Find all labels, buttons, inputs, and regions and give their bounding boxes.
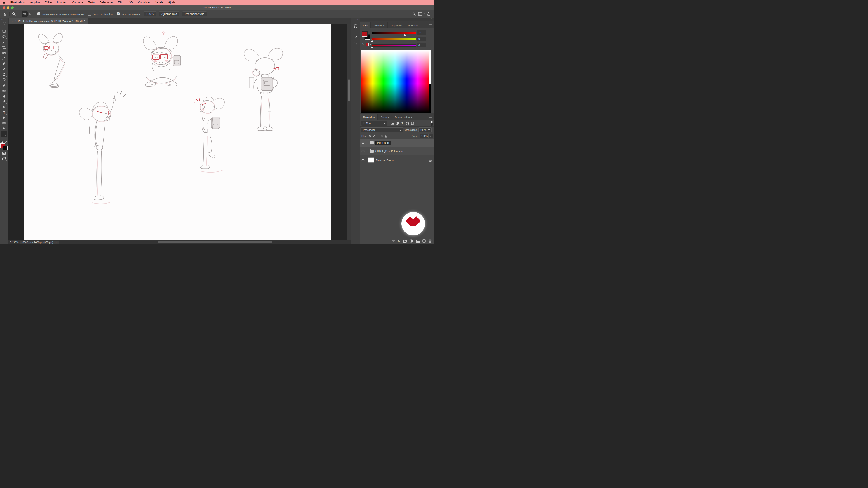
menu-filtro[interactable]: Filtro [116,1,127,4]
adjustment-layer-icon[interactable] [410,239,413,242]
document-canvas[interactable] [24,24,331,240]
delete-layer-icon[interactable] [429,239,432,242]
eraser-tool[interactable] [0,83,8,88]
menu-imagem[interactable]: Imagem [55,1,70,4]
link-layers-icon[interactable] [392,240,395,242]
zoom-tool[interactable] [1,131,7,137]
pen-tool[interactable] [0,104,8,110]
filter-shape-layers-icon[interactable] [405,121,410,126]
menu-texto[interactable]: Texto [86,1,97,4]
lock-transparency-icon[interactable] [368,133,372,138]
tab-padroes[interactable]: Padrões [405,22,421,29]
lock-position-icon[interactable] [376,133,380,138]
red-value-field[interactable]: 192 [417,30,426,35]
filter-adjustment-layers-icon[interactable] [395,121,400,126]
edit-toolbar-button[interactable]: ••• [0,137,8,141]
type-tool[interactable]: T [0,110,8,115]
eyedropper-tool[interactable] [0,56,8,61]
expand-group-icon[interactable]: › [368,142,368,144]
collapse-panels-icon[interactable]: » [431,18,432,20]
foreground-color-swatch[interactable] [362,32,367,37]
workspace-switcher[interactable] [417,11,426,17]
toolbar-collapse-icon[interactable]: » [0,18,8,21]
quick-selection-tool[interactable] [0,39,8,45]
red-slider-thumb[interactable] [404,34,406,36]
brush-tool[interactable] [0,66,8,72]
layer-thumbnail[interactable] [368,158,374,162]
share-icon[interactable] [426,11,432,17]
layer-filter-toggle[interactable] [431,121,433,126]
document-tab[interactable]: × U4A1_FolhaDeExpressoes.psd @ 82,6% (Ag… [8,18,88,24]
dock-grip[interactable] [353,22,358,22]
layer-row-background[interactable]: Plano de Fundo [360,155,434,165]
move-tool[interactable] [0,23,8,29]
filter-smart-objects-icon[interactable] [410,121,415,126]
menu-photoshop[interactable]: Photoshop [8,1,28,4]
grayscale-ramp[interactable] [429,50,431,112]
green-value-field[interactable]: 0 [417,37,426,41]
visibility-toggle[interactable] [360,147,366,155]
fit-screen-button[interactable]: Ajustar Tela [159,11,180,17]
panel-menu-icon[interactable] [429,24,434,29]
clone-stamp-tool[interactable] [0,72,8,77]
crop-tool[interactable] [0,45,8,50]
green-slider-thumb[interactable] [371,40,373,42]
quick-mask-button[interactable] [0,151,8,156]
chevron-right-icon[interactable]: › [56,241,57,243]
background-color-swatch[interactable] [3,146,8,151]
expand-panels-icon[interactable]: « [351,18,360,21]
panel-menu-icon[interactable] [429,116,434,120]
layer-row-chloe[interactable]: › CHLOE_PoseReferencia [360,147,434,155]
zoom-level[interactable]: 82,58% [10,241,18,243]
shape-tool[interactable] [0,121,8,126]
tab-cor[interactable]: Cor [360,22,371,29]
blend-mode-select[interactable]: Passagem [361,127,403,132]
tab-demarcadores[interactable]: Demarcadores [392,114,415,120]
filter-type-layers-icon[interactable]: T [400,121,405,126]
home-button[interactable] [2,11,8,17]
new-group-icon[interactable] [416,240,420,242]
menu-arquivo[interactable]: Arquivo [28,1,42,4]
lock-pixels-icon[interactable] [372,133,376,138]
menu-ajuda[interactable]: Ajuda [166,1,178,4]
dock-grip[interactable] [353,32,358,33]
red-slider[interactable] [372,32,416,34]
history-panel-button[interactable] [351,23,360,30]
collapse-panels-strip[interactable]: » [360,18,434,21]
frame-tool[interactable] [0,50,8,56]
zoom-out-button[interactable] [28,11,33,17]
gradient-tool[interactable] [0,88,8,94]
vertical-scrollbar[interactable] [347,24,351,240]
toolbar-grip[interactable] [2,22,6,23]
lock-artboard-icon[interactable] [380,133,384,138]
new-layer-icon[interactable] [423,239,426,242]
fill-screen-button[interactable]: Preencher tela [182,11,207,17]
tab-amostras[interactable]: Amostras [371,22,388,29]
menu-janela[interactable]: Janela [152,1,166,4]
visibility-toggle[interactable] [360,139,366,147]
menu-visualizar[interactable]: Visualizar [135,1,152,4]
color-spectrum-picker[interactable] [361,50,429,112]
dodge-tool[interactable] [0,99,8,104]
screen-mode-button[interactable] [0,156,8,161]
layer-style-icon[interactable]: fx [398,239,400,242]
hand-tool[interactable] [0,126,8,131]
blue-slider[interactable] [372,44,416,46]
tab-camadas[interactable]: Camadas [360,114,378,120]
zoom-100-button[interactable]: 100% [144,11,156,17]
menu-selecionar[interactable]: Selecionar [97,1,116,4]
filter-pixel-layers-icon[interactable] [390,121,395,126]
scrubby-zoom-checkbox[interactable]: ✓ Zoom por arrasto [117,12,140,15]
layer-name[interactable]: CHLOE_PoseReferencia [375,150,403,153]
brushes-panel-button[interactable] [351,40,360,46]
fill-field[interactable]: 100% [420,134,433,138]
expand-group-icon[interactable]: › [368,150,368,153]
layer-name[interactable]: Plano de Fundo [376,159,394,162]
blur-tool[interactable] [0,94,8,99]
close-tab-icon[interactable]: × [12,20,13,23]
pasteboard[interactable] [8,24,347,240]
tab-canais[interactable]: Canais [378,114,392,120]
blue-value-field[interactable]: 0 [417,43,426,47]
search-icon[interactable] [411,11,417,17]
document-info[interactable]: 3508 px x 2480 px (300 ppi) › [20,240,59,244]
